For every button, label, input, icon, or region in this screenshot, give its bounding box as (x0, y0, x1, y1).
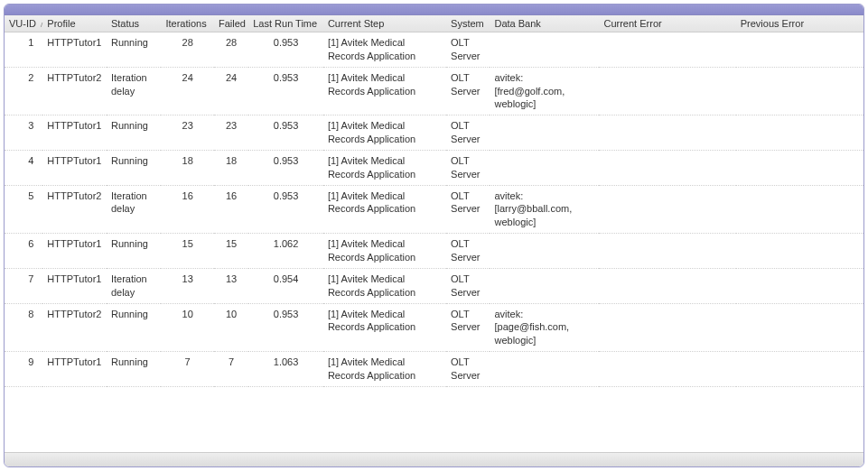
col-header-last-run-time[interactable]: Last Run Time (248, 15, 323, 32)
cell-iterations: 28 (161, 32, 213, 68)
table-row[interactable]: 9HTTPTutor1Running771.063[1] Avitek Medi… (5, 352, 863, 387)
sort-asc-icon: / (41, 21, 42, 29)
col-header-data-bank[interactable]: Data Bank (490, 15, 599, 32)
cell-status: Running (107, 150, 162, 185)
cell-system: OLT Server (446, 268, 490, 303)
col-header-current-step-label: Current Step (328, 18, 384, 29)
col-header-vuid-label: VU-ID (9, 18, 36, 29)
cell-vuid: 7 (5, 268, 42, 303)
cell-system: OLT Server (446, 185, 490, 234)
cell-system: OLT Server (446, 303, 490, 352)
cell-current-step: [1] Avitek Medical Records Application (323, 185, 446, 234)
cell-last-run-time: 0.953 (248, 32, 323, 68)
cell-current-step: [1] Avitek Medical Records Application (323, 303, 446, 352)
cell-current-step: [1] Avitek Medical Records Application (323, 234, 446, 269)
table-row[interactable]: 1HTTPTutor1Running28280.953[1] Avitek Me… (5, 32, 863, 68)
col-header-previous-error-label: Previous Error (741, 18, 804, 29)
cell-vuid: 9 (5, 352, 42, 387)
cell-previous-error (736, 67, 863, 115)
cell-profile: HTTPTutor1 (42, 115, 107, 151)
cell-previous-error (736, 234, 863, 269)
col-header-status[interactable]: Status (107, 15, 162, 32)
cell-data-bank (490, 115, 599, 151)
cell-data-bank: avitek: [page@fish.com, weblogic] (490, 303, 599, 352)
col-header-failed-label: Failed (219, 18, 246, 29)
cell-last-run-time: 1.063 (248, 352, 323, 387)
cell-current-error (599, 115, 735, 151)
cell-failed: 13 (214, 268, 248, 303)
cell-previous-error (736, 115, 863, 151)
cell-profile: HTTPTutor2 (42, 67, 107, 115)
col-header-failed[interactable]: Failed (214, 15, 248, 32)
panel-title-bar[interactable] (5, 5, 863, 15)
header-row: VU-ID / Profile Status Iterations Failed… (5, 15, 863, 32)
cell-current-error (599, 234, 735, 269)
cell-previous-error (736, 32, 863, 68)
cell-current-error (599, 32, 735, 68)
cell-iterations: 13 (161, 268, 213, 303)
cell-last-run-time: 0.953 (248, 185, 323, 234)
cell-vuid: 6 (5, 234, 42, 269)
table-scroll-area[interactable]: VU-ID / Profile Status Iterations Failed… (5, 15, 863, 452)
col-header-data-bank-label: Data Bank (494, 18, 540, 29)
cell-iterations: 16 (161, 185, 213, 234)
table-row[interactable]: 7HTTPTutor1Iteration delay13130.954[1] A… (5, 268, 863, 303)
col-header-vuid[interactable]: VU-ID / (5, 15, 42, 32)
vu-table: VU-ID / Profile Status Iterations Failed… (5, 15, 863, 387)
table-row[interactable]: 6HTTPTutor1Running15151.062[1] Avitek Me… (5, 234, 863, 269)
cell-last-run-time: 0.953 (248, 115, 323, 151)
cell-previous-error (736, 352, 863, 387)
cell-system: OLT Server (446, 67, 490, 115)
panel-status-bar (5, 452, 863, 466)
cell-last-run-time: 0.953 (248, 150, 323, 185)
col-header-iterations[interactable]: Iterations (161, 15, 213, 32)
col-header-previous-error[interactable]: Previous Error (736, 15, 863, 32)
cell-vuid: 4 (5, 150, 42, 185)
cell-current-step: [1] Avitek Medical Records Application (323, 268, 446, 303)
table-row[interactable]: 5HTTPTutor2Iteration delay16160.953[1] A… (5, 185, 863, 234)
table-row[interactable]: 2HTTPTutor2Iteration delay24240.953[1] A… (5, 67, 863, 115)
cell-data-bank (490, 352, 599, 387)
table-row[interactable]: 4HTTPTutor1Running18180.953[1] Avitek Me… (5, 150, 863, 185)
table-row[interactable]: 3HTTPTutor1Running23230.953[1] Avitek Me… (5, 115, 863, 151)
cell-current-step: [1] Avitek Medical Records Application (323, 150, 446, 185)
cell-last-run-time: 0.953 (248, 303, 323, 352)
table-row[interactable]: 8HTTPTutor2Running10100.953[1] Avitek Me… (5, 303, 863, 352)
col-header-current-error-label: Current Error (603, 18, 661, 29)
cell-iterations: 7 (161, 352, 213, 387)
cell-status: Iteration delay (107, 185, 162, 234)
cell-profile: HTTPTutor1 (42, 150, 107, 185)
cell-data-bank (490, 150, 599, 185)
cell-iterations: 18 (161, 150, 213, 185)
cell-status: Iteration delay (107, 67, 162, 115)
cell-failed: 10 (214, 303, 248, 352)
col-header-current-error[interactable]: Current Error (599, 15, 735, 32)
cell-system: OLT Server (446, 32, 490, 68)
col-header-iterations-label: Iterations (165, 18, 206, 29)
cell-data-bank (490, 32, 599, 68)
cell-last-run-time: 0.953 (248, 67, 323, 115)
cell-vuid: 2 (5, 67, 42, 115)
cell-vuid: 1 (5, 32, 42, 68)
col-header-current-step[interactable]: Current Step (323, 15, 446, 32)
cell-profile: HTTPTutor1 (42, 268, 107, 303)
cell-previous-error (736, 150, 863, 185)
cell-profile: HTTPTutor2 (42, 185, 107, 234)
cell-vuid: 8 (5, 303, 42, 352)
col-header-last-run-time-label: Last Run Time (253, 18, 317, 29)
cell-current-error (599, 185, 735, 234)
cell-current-error (599, 67, 735, 115)
cell-failed: 15 (214, 234, 248, 269)
cell-status: Running (107, 303, 162, 352)
col-header-system[interactable]: System (446, 15, 490, 32)
cell-failed: 24 (214, 67, 248, 115)
cell-data-bank: avitek: [larry@bball.com, weblogic] (490, 185, 599, 234)
cell-failed: 16 (214, 185, 248, 234)
cell-current-step: [1] Avitek Medical Records Application (323, 115, 446, 151)
col-header-profile[interactable]: Profile (42, 15, 107, 32)
cell-current-error (599, 268, 735, 303)
cell-current-step: [1] Avitek Medical Records Application (323, 352, 446, 387)
cell-iterations: 24 (161, 67, 213, 115)
cell-iterations: 23 (161, 115, 213, 151)
cell-profile: HTTPTutor1 (42, 352, 107, 387)
